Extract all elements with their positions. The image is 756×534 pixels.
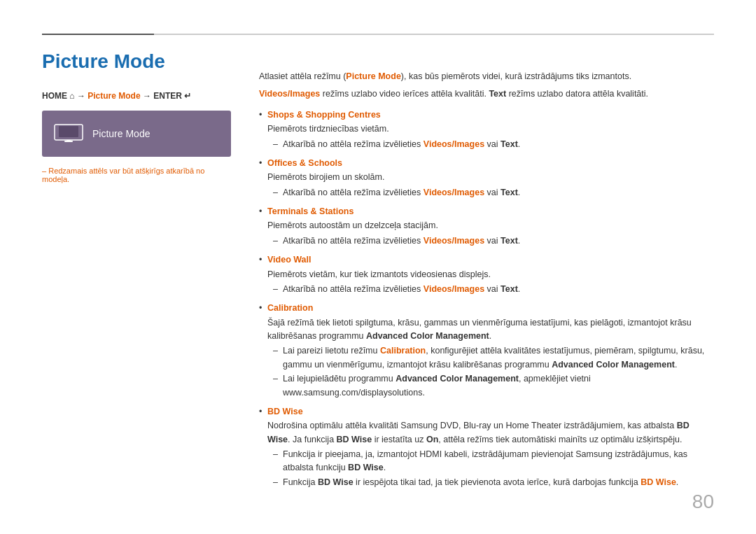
nav-arrow-1: → bbox=[77, 91, 88, 101]
text-bold: Text bbox=[489, 89, 506, 99]
heading-videowall: Video Wall bbox=[267, 255, 312, 265]
intro-text: Atlasiet attēla režīmu (Picture Mode), k… bbox=[259, 70, 714, 83]
list-item-bdwise: BD Wise Nodrošina optimālu attēla kvalit… bbox=[259, 405, 714, 489]
text-ref-2: Text bbox=[500, 188, 518, 197]
tv-icon bbox=[53, 123, 84, 144]
bdwise-ref-4: BD Wise bbox=[318, 477, 354, 487]
body-calibration: Šajā režīmā tiek lietoti spilgtuma, krās… bbox=[267, 316, 714, 344]
page-title: Picture Mode bbox=[42, 50, 165, 73]
list-item-videowall: Video Wall Piemērots vietām, kur tiek iz… bbox=[259, 253, 714, 296]
on-ref: On bbox=[426, 435, 438, 444]
heading-offices: Offices & Schools bbox=[267, 158, 342, 168]
sub-item-bdwise-2: Funkcija BD Wise ir iespējota tikai tad,… bbox=[273, 476, 714, 489]
bdwise-ref-1: BD Wise bbox=[267, 421, 690, 444]
sub-list-calibration: Lai pareizi lietotu režīmu Calibration, … bbox=[267, 344, 714, 400]
bdwise-ref-5: BD Wise bbox=[640, 477, 676, 487]
picture-mode-box: Picture Mode bbox=[42, 111, 231, 157]
heading-terminals: Terminals & Stations bbox=[267, 206, 354, 216]
text-ref-4: Text bbox=[500, 284, 518, 294]
sub-item-bdwise-1: Funkcija ir pieejama, ja, izmantojot HDM… bbox=[273, 448, 714, 475]
home-icon: ⌂ bbox=[69, 91, 74, 101]
intro-picture-mode-highlight: Picture Mode bbox=[346, 71, 401, 81]
acm-ref-1: Advanced Color Management bbox=[366, 331, 489, 341]
body-videowall: Piemērots vietām, kur tiek izmantots vid… bbox=[267, 268, 714, 281]
enter-icon: ↵ bbox=[184, 91, 191, 101]
top-line-accent bbox=[42, 34, 154, 35]
picture-mode-box-label: Picture Mode bbox=[92, 128, 150, 139]
videos-images-ref-4: Videos/Images bbox=[424, 284, 484, 294]
page-number: 80 bbox=[692, 491, 714, 513]
bdwise-ref-3: BD Wise bbox=[348, 463, 384, 472]
right-panel: Atlasiet attēla režīmu (Picture Mode), k… bbox=[259, 70, 714, 495]
heading-calibration: Calibration bbox=[267, 303, 313, 313]
acm-ref-3: Advanced Color Management bbox=[396, 374, 519, 384]
sub-list-shops: Atkarībā no attēla režīma izvēlieties Vi… bbox=[267, 138, 714, 151]
sub-item-videowall-1: Atkarībā no attēla režīma izvēlieties Vi… bbox=[273, 283, 714, 296]
videos-images-ref-3: Videos/Images bbox=[424, 236, 484, 246]
body-offices: Piemērots birojiem un skolām. bbox=[267, 171, 714, 184]
svg-rect-3 bbox=[66, 140, 71, 141]
acm-ref-2: Advanced Color Management bbox=[552, 360, 675, 370]
body-terminals: Piemērots autoostām un dzelzceļa stacijā… bbox=[267, 219, 714, 232]
videos-images-ref-2: Videos/Images bbox=[424, 188, 484, 197]
bdwise-ref-2: BD Wise bbox=[337, 435, 372, 444]
home-nav: HOME ⌂ → Picture Mode → ENTER ↵ bbox=[42, 91, 231, 101]
list-item-calibration: Calibration Šajā režīmā tiek lietoti spi… bbox=[259, 302, 714, 400]
sub-item-shops-1: Atkarībā no attēla režīma izvēlieties Vi… bbox=[273, 138, 714, 151]
home-label: HOME bbox=[42, 91, 69, 101]
nav-picture-mode: Picture Mode bbox=[88, 91, 140, 101]
list-item-terminals: Terminals & Stations Piemērots autoostām… bbox=[259, 205, 714, 248]
list-item-offices: Offices & Schools Piemērots birojiem un … bbox=[259, 157, 714, 199]
sub-item-calibration-2: Lai lejupielādētu programmu Advanced Col… bbox=[273, 372, 714, 400]
text-ref: Text bbox=[500, 139, 518, 149]
list-item-shops: Shops & Shopping Centres Piemērots tirdz… bbox=[259, 108, 714, 151]
videos-images-ref: Videos/Images bbox=[424, 139, 484, 149]
sub-intro-text: Videos/Images režīms uzlabo video ierīce… bbox=[259, 87, 714, 101]
section-list: Shops & Shopping Centres Piemērots tirdz… bbox=[259, 108, 714, 489]
videos-images-highlight: Videos/Images bbox=[259, 89, 320, 99]
svg-rect-1 bbox=[59, 126, 78, 137]
body-shops: Piemērots tirdzniecības vietām. bbox=[267, 122, 714, 136]
body-bdwise: Nodrošina optimālu attēla kvalitāti Sams… bbox=[267, 419, 714, 447]
left-panel: HOME ⌂ → Picture Mode → ENTER ↵ Picture … bbox=[42, 91, 231, 183]
sub-item-calibration-1: Lai pareizi lietotu režīmu Calibration, … bbox=[273, 344, 714, 372]
sub-list-bdwise: Funkcija ir pieejama, ja, izmantojot HDM… bbox=[267, 448, 714, 489]
sub-item-terminals-1: Atkarībā no attēla režīma izvēlieties Vi… bbox=[273, 234, 714, 248]
heading-bdwise: BD Wise bbox=[267, 407, 303, 416]
nav-enter: ENTER bbox=[153, 91, 184, 101]
nav-arrow-2: → bbox=[143, 91, 153, 101]
sub-item-offices-1: Atkarībā no attēla režīma izvēlieties Vi… bbox=[273, 186, 714, 199]
footnote: Redzamais attēls var būt atšķirīgs atkar… bbox=[42, 167, 231, 183]
text-ref-3: Text bbox=[500, 236, 518, 246]
sub-list-offices: Atkarībā no attēla režīma izvēlieties Vi… bbox=[267, 186, 714, 199]
heading-shops: Shops & Shopping Centres bbox=[267, 110, 381, 120]
sub-list-videowall: Atkarībā no attēla režīma izvēlieties Vi… bbox=[267, 283, 714, 296]
sub-list-terminals: Atkarībā no attēla režīma izvēlieties Vi… bbox=[267, 234, 714, 248]
calibration-ref: Calibration bbox=[380, 346, 426, 356]
